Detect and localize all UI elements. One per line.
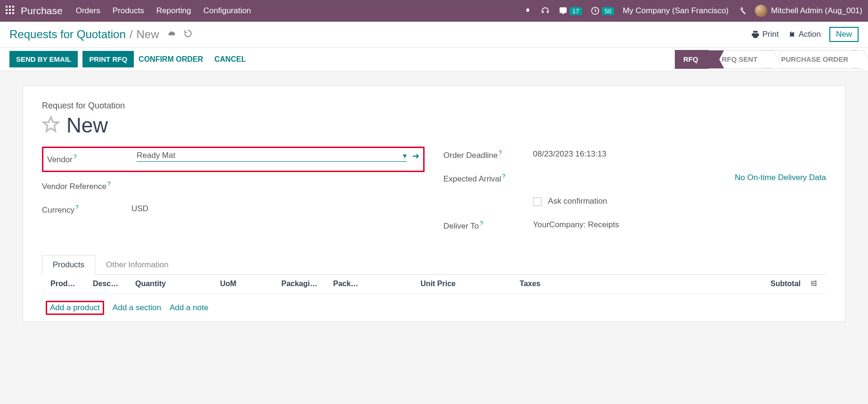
messages-icon[interactable]: 17 (558, 7, 582, 15)
vendor-input[interactable] (137, 151, 400, 160)
svg-rect-0 (6, 6, 8, 8)
breadcrumb-current: New (136, 28, 159, 41)
send-by-email-button[interactable]: SEND BY EMAIL (9, 51, 78, 67)
deliver-to-label: Deliver To? (443, 217, 533, 231)
status-steps: RFQ RFQ SENT PURCHASE ORDER (675, 50, 859, 69)
add-section-link[interactable]: Add a section (113, 303, 161, 313)
svg-rect-7 (9, 12, 11, 14)
menu-products[interactable]: Products (113, 6, 144, 16)
arrival-value[interactable]: No On-time Delivery Data (533, 170, 826, 182)
svg-rect-5 (12, 9, 14, 11)
column-settings-icon[interactable] (805, 280, 822, 289)
currency-value[interactable]: USD (131, 201, 425, 214)
messages-badge: 17 (570, 7, 582, 15)
products-table-header: Prod… Desc… Quantity UoM Packagi… Pack… … (42, 275, 826, 294)
col-product[interactable]: Prod… (46, 280, 88, 289)
deadline-value[interactable]: 08/23/2023 16:13:13 (533, 147, 826, 159)
breadcrumb-separator: / (130, 28, 133, 41)
add-note-link[interactable]: Add a note (170, 303, 208, 313)
ask-confirmation-label: Ask confirmation (548, 197, 607, 206)
discard-icon[interactable] (184, 29, 192, 40)
tab-products[interactable]: Products (42, 255, 95, 275)
action-button[interactable]: Action (787, 30, 821, 39)
ask-confirmation-row[interactable]: Ask confirmation (533, 194, 826, 206)
help-icon[interactable]: ? (502, 173, 506, 180)
col-taxes[interactable]: Taxes (460, 280, 545, 289)
app-name[interactable]: Purchase (21, 5, 63, 16)
dropdown-caret-icon[interactable]: ▾ (403, 151, 407, 160)
svg-point-10 (815, 281, 817, 282)
svg-rect-2 (12, 6, 14, 8)
col-uom[interactable]: UoM (215, 280, 277, 289)
menu-configuration[interactable]: Configuration (204, 6, 251, 16)
priority-star-icon[interactable] (42, 115, 60, 135)
external-link-icon[interactable]: ➔ (412, 151, 419, 161)
help-icon[interactable]: ? (499, 149, 502, 156)
activities-icon[interactable]: 50 (590, 6, 614, 16)
help-icon[interactable]: ? (107, 181, 111, 187)
deadline-label: Order Deadline? (443, 147, 533, 160)
status-rfq[interactable]: RFQ (675, 50, 709, 69)
apps-icon[interactable] (6, 6, 14, 16)
form-title: New (66, 114, 108, 137)
svg-rect-3 (6, 9, 8, 11)
user-name: Mitchell Admin (Aug_001) (771, 6, 862, 16)
status-bar: SEND BY EMAIL PRINT RFQ CONFIRM ORDER CA… (0, 48, 868, 71)
arrival-label: Expected Arrival? (443, 170, 533, 184)
col-pack[interactable]: Pack… (328, 280, 376, 289)
company-switcher[interactable]: My Company (San Francisco) (622, 6, 729, 16)
tab-other-information[interactable]: Other Information (95, 255, 179, 274)
add-product-highlight: Add a product (46, 301, 104, 315)
vendor-highlight: Vendor? ▾ ➔ (42, 147, 425, 172)
notebook-tabs: Products Other Information (42, 255, 826, 275)
col-subtotal[interactable]: Subtotal (545, 280, 805, 289)
svg-point-12 (815, 285, 817, 286)
form-title-label: Request for Quotation (42, 101, 826, 111)
cancel-button[interactable]: CANCEL (214, 55, 246, 64)
col-packaging[interactable]: Packagi… (277, 280, 328, 289)
support-icon[interactable] (540, 6, 550, 16)
ask-confirmation-checkbox[interactable] (533, 198, 541, 206)
user-menu[interactable]: Mitchell Admin (Aug_001) (755, 5, 862, 17)
svg-rect-4 (9, 9, 11, 11)
top-navbar: Purchase Orders Products Reporting Confi… (0, 0, 868, 22)
tools-icon[interactable] (737, 6, 746, 16)
activities-badge: 50 (602, 7, 614, 15)
breadcrumb-back[interactable]: Requests for Quotation (9, 28, 126, 41)
vendor-ref-label: Vendor Reference? (42, 178, 131, 191)
breadcrumb-bar: Requests for Quotation / New Print Actio… (0, 22, 868, 48)
new-button[interactable]: New (829, 27, 859, 42)
col-description[interactable]: Desc… (88, 280, 131, 289)
add-product-link[interactable]: Add a product (50, 303, 100, 312)
form-sheet: Request for Quotation New Vendor? ▾ ➔ (23, 85, 845, 322)
help-icon[interactable]: ? (74, 154, 77, 160)
col-unit-price[interactable]: Unit Price (376, 280, 460, 289)
vendor-label: Vendor? (47, 151, 137, 165)
currency-label: Currency? (42, 201, 131, 215)
svg-rect-1 (9, 6, 11, 8)
vendor-ref-value[interactable] (131, 178, 425, 181)
avatar (755, 5, 767, 17)
bug-icon[interactable] (524, 7, 532, 15)
print-rfq-button[interactable]: PRINT RFQ (82, 51, 134, 67)
svg-rect-6 (6, 12, 8, 14)
menu-orders[interactable]: Orders (76, 6, 100, 16)
menu-reporting[interactable]: Reporting (156, 6, 191, 16)
deliver-to-value[interactable]: YourCompany: Receipts (533, 217, 826, 230)
print-button[interactable]: Print (751, 30, 779, 39)
col-quantity[interactable]: Quantity (131, 280, 215, 289)
confirm-order-button[interactable]: CONFIRM ORDER (139, 55, 203, 64)
cloud-unsaved-icon[interactable] (167, 30, 176, 40)
help-icon[interactable]: ? (75, 204, 79, 211)
products-table-actions: Add a product Add a section Add a note (42, 294, 826, 322)
svg-rect-8 (12, 12, 14, 14)
help-icon[interactable]: ? (480, 220, 483, 227)
